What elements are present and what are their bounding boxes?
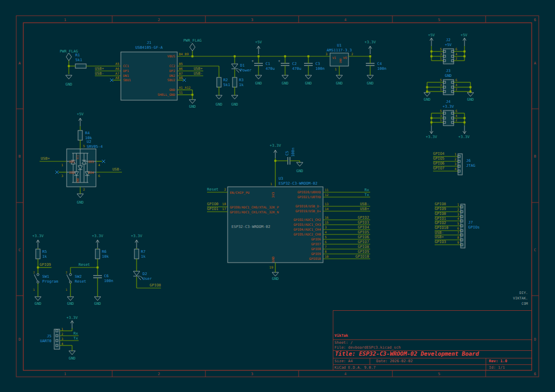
pin-number[interactable]: 3 (440, 83, 442, 87)
power-net-label[interactable]: Rx (74, 331, 78, 336)
net-label[interactable]: GPIO1 (435, 217, 446, 221)
gnd-symbol[interactable] (305, 75, 308, 79)
component-ref-value[interactable]: J7 (468, 220, 473, 225)
power-net-label[interactable]: GND (305, 81, 312, 86)
power-net-label[interactable]: GND (67, 302, 74, 306)
pin-number[interactable]: 2 (33, 271, 35, 274)
gnd-symbol[interactable] (427, 93, 430, 96)
component-ref-value[interactable]: 5k1 (223, 83, 230, 87)
pin-number[interactable]: 14 (325, 207, 329, 211)
pin-number[interactable]: 1 (270, 182, 272, 186)
pin-number[interactable]: 5 (440, 78, 442, 82)
pin-name[interactable]: VBUS (167, 54, 176, 58)
pin-number[interactable]: 3 (61, 337, 63, 341)
component-ref-value[interactable]: User (143, 277, 152, 281)
pin-number[interactable]: 19 (269, 265, 274, 269)
resistor-symbol[interactable] (75, 64, 86, 68)
gnd-symbol[interactable] (231, 95, 235, 99)
component-ref-value[interactable]: 10k (102, 254, 109, 259)
pin-number[interactable]: 11 (325, 188, 329, 192)
gnd-symbol[interactable] (367, 75, 370, 79)
pin-number[interactable]: 6 (455, 109, 457, 113)
pin-number[interactable]: 1 (454, 152, 456, 156)
diode-symbol[interactable] (133, 271, 140, 276)
gnd-symbol[interactable] (66, 75, 69, 79)
net-label[interactable]: GPIO4 (358, 225, 369, 230)
pin-number[interactable]: B6 (179, 67, 183, 70)
pin-number[interactable]: 12 (325, 193, 329, 197)
pin-number[interactable]: B5 (179, 62, 183, 66)
switch-symbol[interactable] (69, 273, 72, 276)
junction-dot[interactable] (369, 55, 371, 57)
junction-dot[interactable] (426, 90, 428, 93)
junction-dot[interactable] (463, 117, 466, 119)
pin-number[interactable]: 17 (222, 207, 227, 211)
component-ref-value[interactable]: Power (240, 68, 251, 73)
component-ref-value[interactable]: D1 (240, 63, 244, 68)
pin-number[interactable]: 1 (33, 288, 35, 291)
power-net-label[interactable]: GND (282, 81, 289, 86)
gnd-symbol[interactable] (470, 93, 474, 96)
power-net-label[interactable]: GND (216, 102, 223, 107)
net-label[interactable]: USB- (435, 231, 444, 235)
net-label[interactable]: GPIO0 (207, 202, 218, 206)
schematic-text[interactable]: ESP32-C3-WROOM-02 (231, 225, 270, 229)
power-net-label[interactable]: GND (336, 81, 343, 86)
power-net-label[interactable]: GND (231, 102, 238, 107)
power-net-label[interactable]: +5V (77, 112, 84, 116)
gnd-symbol[interactable] (80, 194, 83, 198)
component-ref-value[interactable]: C4 (377, 62, 382, 66)
switch-symbol[interactable] (69, 281, 72, 283)
net-label[interactable]: USB+ (360, 207, 369, 211)
pin-number[interactable]: 1 (61, 327, 63, 331)
pin-name[interactable]: SBU1 (123, 78, 131, 82)
power-net-label[interactable]: +5V (255, 40, 262, 44)
pin-number[interactable]: 2 (455, 87, 457, 91)
component-ref-value[interactable]: ESP32-C3-WROOM-02 (279, 181, 318, 186)
junction-dot[interactable] (463, 50, 466, 53)
gnd-symbol[interactable] (255, 75, 259, 79)
gnd-symbol[interactable] (336, 75, 339, 79)
pin-name[interactable]: GPIO8 (311, 247, 321, 251)
pin-name[interactable]: GPIO6 (311, 237, 321, 241)
pin-number[interactable]: B8 (179, 76, 183, 80)
pin-number[interactable]: 1 (440, 87, 442, 91)
pin-name[interactable]: DN1 (123, 74, 129, 77)
power-net-label[interactable]: GND (94, 302, 101, 306)
junction-dot[interactable] (430, 50, 433, 53)
pin-name[interactable]: CC2 (169, 64, 175, 68)
junction-dot[interactable] (68, 65, 70, 67)
net-label[interactable]: GPIO7 (358, 240, 369, 244)
pin-name[interactable]: IO1 (69, 160, 75, 164)
component-ref-value[interactable]: 100n (104, 279, 113, 283)
pin-number[interactable]: 9 (457, 240, 459, 244)
component-ref-value[interactable]: C1 (266, 62, 270, 66)
gnd-symbol[interactable] (67, 297, 70, 300)
pin-number[interactable]: 4 (455, 52, 457, 56)
junction-dot[interactable] (307, 55, 309, 57)
pin-number[interactable]: 1 (457, 202, 459, 206)
pin-name[interactable]: GPIO7 (311, 242, 321, 246)
component-ref-value[interactable]: D2 (143, 272, 147, 276)
gnd-symbol[interactable] (285, 75, 288, 79)
pin-number[interactable]: B4_B9 (179, 52, 189, 56)
power-net-label[interactable]: GND (296, 169, 304, 173)
net-label[interactable]: USB+ (193, 67, 203, 71)
power-net-label[interactable]: +3.3V (92, 234, 104, 238)
pin-number[interactable]: 2 (66, 271, 67, 274)
junction-dot[interactable] (257, 55, 260, 57)
junction-dot[interactable] (469, 86, 472, 88)
pin-name[interactable]: VI (332, 56, 337, 60)
pin-name[interactable]: DP1 (123, 69, 129, 73)
power-net-label[interactable]: +5V (428, 33, 435, 37)
pin-name[interactable]: 3V3 (271, 192, 275, 198)
net-label[interactable]: GPIO3 (435, 240, 446, 244)
pin-number[interactable]: 6 (455, 47, 457, 51)
pin-number[interactable]: 8 (457, 236, 459, 239)
power-net-label[interactable]: GND (367, 81, 374, 86)
pin-number[interactable]: S1 (179, 90, 183, 94)
pin-name[interactable]: GPIO1/ADC1_CH1/XTAL_32K_N (230, 210, 279, 214)
gnd-symbol[interactable] (38, 297, 41, 300)
diode-symbol[interactable] (231, 64, 238, 68)
component-ref-value[interactable]: R1 (75, 53, 80, 57)
